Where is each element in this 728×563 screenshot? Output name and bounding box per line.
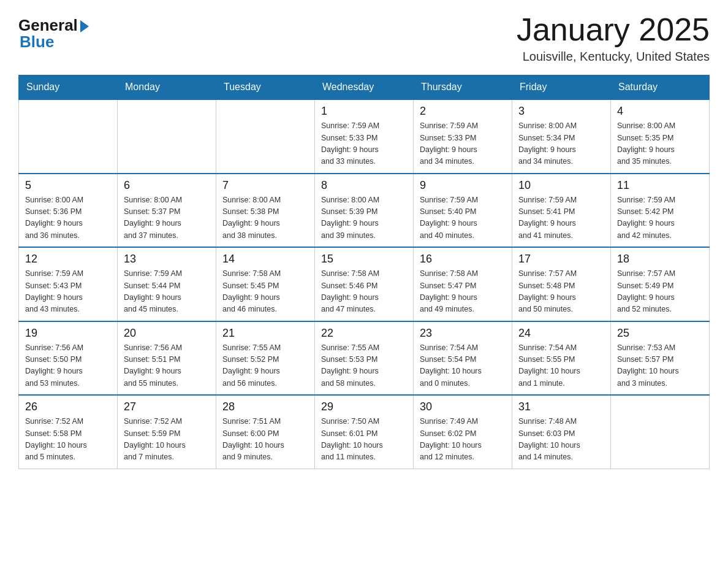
day-number: 1 [321,105,407,118]
calendar-cell: 11Sunrise: 7:59 AM Sunset: 5:42 PM Dayli… [611,174,710,248]
day-number: 18 [617,253,703,266]
day-info: Sunrise: 7:57 AM Sunset: 5:48 PM Dayligh… [518,268,604,316]
calendar-cell: 16Sunrise: 7:58 AM Sunset: 5:47 PM Dayli… [414,247,512,321]
days-of-week-row: SundayMondayTuesdayWednesdayThursdayFrid… [19,75,710,100]
day-info: Sunrise: 7:59 AM Sunset: 5:42 PM Dayligh… [617,194,703,242]
calendar-week-3: 12Sunrise: 7:59 AM Sunset: 5:43 PM Dayli… [19,247,710,321]
day-number: 24 [518,327,604,340]
calendar-body: 1Sunrise: 7:59 AM Sunset: 5:33 PM Daylig… [19,99,710,469]
day-number: 26 [25,400,111,413]
day-number: 13 [124,253,210,266]
day-number: 8 [321,179,407,192]
calendar-cell: 14Sunrise: 7:58 AM Sunset: 5:45 PM Dayli… [216,247,315,321]
calendar-cell: 5Sunrise: 8:00 AM Sunset: 5:36 PM Daylig… [19,174,118,248]
calendar-cell [216,99,315,174]
location-text: Louisville, Kentucky, United States [517,50,710,64]
day-number: 19 [25,327,111,340]
calendar-cell: 24Sunrise: 7:54 AM Sunset: 5:55 PM Dayli… [512,321,611,396]
calendar-cell: 27Sunrise: 7:52 AM Sunset: 5:59 PM Dayli… [118,395,216,469]
day-number: 31 [518,400,604,413]
calendar-cell: 12Sunrise: 7:59 AM Sunset: 5:43 PM Dayli… [19,247,118,321]
calendar-cell: 17Sunrise: 7:57 AM Sunset: 5:48 PM Dayli… [512,247,611,321]
calendar-week-1: 1Sunrise: 7:59 AM Sunset: 5:33 PM Daylig… [19,99,710,174]
day-info: Sunrise: 7:48 AM Sunset: 6:03 PM Dayligh… [518,416,604,464]
calendar-cell: 22Sunrise: 7:55 AM Sunset: 5:53 PM Dayli… [315,321,414,396]
day-of-week-thursday: Thursday [414,75,512,100]
page-header: General Blue January 2025 Louisville, Ke… [18,12,710,64]
calendar-cell [611,395,710,469]
day-number: 2 [420,105,506,118]
day-number: 23 [420,327,506,340]
calendar-cell: 4Sunrise: 8:00 AM Sunset: 5:35 PM Daylig… [611,99,710,174]
day-info: Sunrise: 7:57 AM Sunset: 5:49 PM Dayligh… [617,268,703,316]
day-number: 4 [617,105,703,118]
day-of-week-sunday: Sunday [19,75,118,100]
day-of-week-wednesday: Wednesday [315,75,414,100]
calendar-cell: 25Sunrise: 7:53 AM Sunset: 5:57 PM Dayli… [611,321,710,396]
day-info: Sunrise: 7:59 AM Sunset: 5:33 PM Dayligh… [321,120,407,168]
day-number: 9 [420,179,506,192]
calendar-cell: 15Sunrise: 7:58 AM Sunset: 5:46 PM Dayli… [315,247,414,321]
calendar-cell: 21Sunrise: 7:55 AM Sunset: 5:52 PM Dayli… [216,321,315,396]
day-info: Sunrise: 7:58 AM Sunset: 5:45 PM Dayligh… [222,268,308,316]
day-number: 3 [518,105,604,118]
calendar-cell: 31Sunrise: 7:48 AM Sunset: 6:03 PM Dayli… [512,395,611,469]
day-number: 29 [321,400,407,413]
calendar-cell: 23Sunrise: 7:54 AM Sunset: 5:54 PM Dayli… [414,321,512,396]
day-number: 28 [222,400,308,413]
calendar-cell: 30Sunrise: 7:49 AM Sunset: 6:02 PM Dayli… [414,395,512,469]
day-info: Sunrise: 7:55 AM Sunset: 5:53 PM Dayligh… [321,342,407,390]
day-info: Sunrise: 7:54 AM Sunset: 5:54 PM Dayligh… [420,342,506,390]
day-number: 11 [617,179,703,192]
calendar-cell: 10Sunrise: 7:59 AM Sunset: 5:41 PM Dayli… [512,174,611,248]
day-number: 17 [518,253,604,266]
day-number: 16 [420,253,506,266]
day-of-week-friday: Friday [512,75,611,100]
day-number: 10 [518,179,604,192]
day-info: Sunrise: 7:52 AM Sunset: 5:59 PM Dayligh… [124,416,210,464]
day-number: 25 [617,327,703,340]
day-number: 5 [25,179,111,192]
calendar-cell: 29Sunrise: 7:50 AM Sunset: 6:01 PM Dayli… [315,395,414,469]
day-info: Sunrise: 7:55 AM Sunset: 5:52 PM Dayligh… [222,342,308,390]
day-number: 7 [222,179,308,192]
calendar-cell: 20Sunrise: 7:56 AM Sunset: 5:51 PM Dayli… [118,321,216,396]
calendar-cell: 6Sunrise: 8:00 AM Sunset: 5:37 PM Daylig… [118,174,216,248]
calendar-cell: 19Sunrise: 7:56 AM Sunset: 5:50 PM Dayli… [19,321,118,396]
day-info: Sunrise: 7:49 AM Sunset: 6:02 PM Dayligh… [420,416,506,464]
day-info: Sunrise: 7:59 AM Sunset: 5:33 PM Dayligh… [420,120,506,168]
day-number: 21 [222,327,308,340]
calendar-cell: 18Sunrise: 7:57 AM Sunset: 5:49 PM Dayli… [611,247,710,321]
day-number: 14 [222,253,308,266]
calendar-week-4: 19Sunrise: 7:56 AM Sunset: 5:50 PM Dayli… [19,321,710,396]
month-title: January 2025 [517,12,710,47]
calendar-week-2: 5Sunrise: 8:00 AM Sunset: 5:36 PM Daylig… [19,174,710,248]
logo-blue-text: Blue [20,33,54,52]
calendar-table: SundayMondayTuesdayWednesdayThursdayFrid… [18,75,710,469]
day-of-week-monday: Monday [118,75,216,100]
day-number: 30 [420,400,506,413]
day-info: Sunrise: 8:00 AM Sunset: 5:38 PM Dayligh… [222,194,308,242]
day-info: Sunrise: 7:59 AM Sunset: 5:40 PM Dayligh… [420,194,506,242]
day-info: Sunrise: 7:56 AM Sunset: 5:50 PM Dayligh… [25,342,111,390]
day-number: 27 [124,400,210,413]
day-info: Sunrise: 7:50 AM Sunset: 6:01 PM Dayligh… [321,416,407,464]
day-info: Sunrise: 8:00 AM Sunset: 5:36 PM Dayligh… [25,194,111,242]
calendar-cell: 1Sunrise: 7:59 AM Sunset: 5:33 PM Daylig… [315,99,414,174]
calendar-cell: 13Sunrise: 7:59 AM Sunset: 5:44 PM Dayli… [118,247,216,321]
logo-arrow-icon [80,20,89,33]
day-info: Sunrise: 8:00 AM Sunset: 5:34 PM Dayligh… [518,120,604,168]
calendar-week-5: 26Sunrise: 7:52 AM Sunset: 5:58 PM Dayli… [19,395,710,469]
calendar-cell: 9Sunrise: 7:59 AM Sunset: 5:40 PM Daylig… [414,174,512,248]
calendar-cell [19,99,118,174]
day-number: 12 [25,253,111,266]
day-number: 6 [124,179,210,192]
calendar-cell [118,99,216,174]
calendar-cell: 3Sunrise: 8:00 AM Sunset: 5:34 PM Daylig… [512,99,611,174]
day-info: Sunrise: 7:51 AM Sunset: 6:00 PM Dayligh… [222,416,308,464]
calendar-cell: 8Sunrise: 8:00 AM Sunset: 5:39 PM Daylig… [315,174,414,248]
day-info: Sunrise: 7:59 AM Sunset: 5:43 PM Dayligh… [25,268,111,316]
calendar-cell: 28Sunrise: 7:51 AM Sunset: 6:00 PM Dayli… [216,395,315,469]
calendar-cell: 7Sunrise: 8:00 AM Sunset: 5:38 PM Daylig… [216,174,315,248]
day-info: Sunrise: 8:00 AM Sunset: 5:35 PM Dayligh… [617,120,703,168]
